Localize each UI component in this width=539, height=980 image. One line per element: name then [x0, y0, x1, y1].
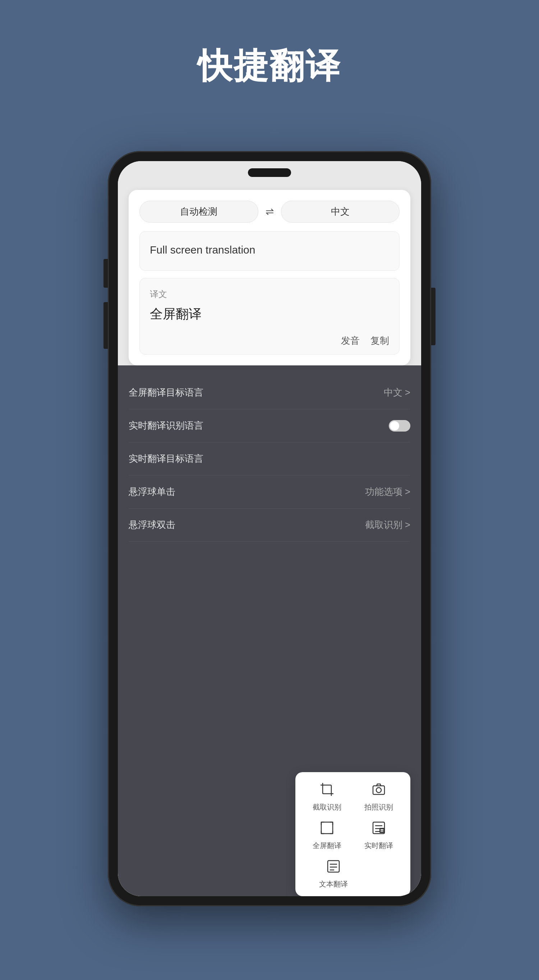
settings-label: 悬浮球双击 — [128, 519, 175, 531]
svg-rect-0 — [323, 785, 331, 794]
menu-item-label: 拍照识别 — [365, 802, 393, 812]
svg-point-6 — [376, 788, 381, 792]
crop-icon — [317, 780, 337, 799]
camera-icon — [369, 780, 389, 799]
svg-rect-7 — [321, 822, 333, 834]
menu-item-fullscreen[interactable]: 全屏翻译 — [306, 818, 349, 851]
result-text: 全屏翻译 — [150, 304, 389, 324]
realtime-icon — [369, 818, 389, 838]
floating-action-menu: 截取识别 拍照识别 — [295, 772, 411, 896]
settings-item-ball-double[interactable]: 悬浮球双击 截取识别 > — [128, 509, 411, 542]
translation-card: 自动检测 ⇌ 中文 Full screen translation 译文 全屏翻… — [128, 190, 411, 365]
toggle-realtime-source[interactable] — [389, 420, 411, 431]
menu-row-2: 全屏翻译 — [301, 818, 404, 851]
phone-screen: 自动检测 ⇌ 中文 Full screen translation 译文 全屏翻… — [118, 161, 421, 896]
screen-content: 自动检测 ⇌ 中文 Full screen translation 译文 全屏翻… — [118, 161, 421, 896]
settings-label: 全屏翻译目标语言 — [128, 386, 203, 399]
side-button-power — [431, 288, 436, 345]
settings-item-realtime-target[interactable]: 实时翻译目标语言 — [128, 442, 411, 476]
settings-item-ball-single[interactable]: 悬浮球单击 功能选项 > — [128, 476, 411, 509]
menu-item-label: 截取识别 — [312, 802, 341, 812]
page-title: 快捷翻译 — [0, 0, 539, 90]
settings-value: 截取识别 > — [365, 519, 411, 531]
menu-item-crop[interactable]: 截取识别 — [306, 780, 349, 812]
menu-item-realtime[interactable]: 实时翻译 — [357, 818, 400, 851]
menu-item-label: 全屏翻译 — [312, 841, 341, 851]
svg-rect-5 — [373, 786, 385, 794]
side-button-volume — [103, 302, 108, 349]
settings-item-realtime-source[interactable]: 实时翻译识别语言 — [128, 409, 411, 442]
menu-row-1: 截取识别 拍照识别 — [301, 780, 404, 812]
result-actions: 发音 复制 — [150, 334, 389, 347]
settings-value: 中文 > — [384, 386, 411, 399]
source-text-box[interactable]: Full screen translation — [140, 231, 399, 271]
settings-label: 悬浮球单击 — [128, 485, 175, 498]
settings-item-fullscreen-lang[interactable]: 全屏翻译目标语言 中文 > — [128, 376, 411, 409]
fullscreen-icon — [317, 818, 337, 838]
menu-item-label: 实时翻译 — [365, 841, 393, 851]
svg-rect-12 — [379, 828, 385, 833]
text-icon — [323, 856, 344, 877]
menu-item-text[interactable]: 文本翻译 — [312, 856, 355, 889]
menu-item-camera[interactable]: 拍照识别 — [357, 780, 400, 812]
copy-button[interactable]: 复制 — [371, 334, 389, 347]
source-text: Full screen translation — [150, 242, 389, 258]
menu-row-3: 文本翻译 — [301, 856, 404, 889]
settings-label: 实时翻译目标语言 — [128, 452, 203, 465]
menu-item-label: 文本翻译 — [319, 879, 348, 889]
target-language-button[interactable]: 中文 — [281, 200, 400, 223]
language-selector: 自动检测 ⇌ 中文 — [140, 200, 399, 223]
result-label: 译文 — [150, 288, 389, 300]
settings-label: 实时翻译识别语言 — [128, 419, 203, 432]
swap-languages-icon[interactable]: ⇌ — [266, 206, 274, 218]
camera-notch — [248, 168, 291, 177]
side-button-top — [103, 259, 108, 288]
source-language-button[interactable]: 自动检测 — [140, 200, 258, 223]
settings-area: 全屏翻译目标语言 中文 > 实时翻译识别语言 实时翻译目标语言 悬浮球单击 功能… — [118, 365, 421, 896]
phone-mockup: 自动检测 ⇌ 中文 Full screen translation 译文 全屏翻… — [108, 151, 431, 906]
settings-value: 功能选项 > — [365, 485, 411, 498]
pronounce-button[interactable]: 发音 — [341, 334, 360, 347]
result-box: 译文 全屏翻译 发音 复制 — [140, 278, 399, 355]
